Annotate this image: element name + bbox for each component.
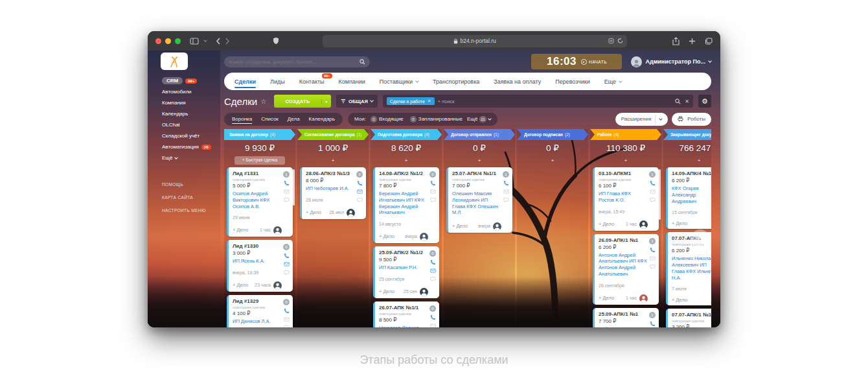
nav-tab[interactable]: Контакты 99+	[299, 73, 325, 90]
add-deal-button[interactable]: +	[517, 156, 588, 165]
deal-client-link[interactable]: КФХ Огарев Александр Андреевич	[672, 185, 711, 204]
global-search-input[interactable]	[229, 59, 360, 65]
minimize-window-button[interactable]	[165, 38, 171, 44]
avatar[interactable]	[639, 294, 648, 302]
nav-tab[interactable]: Еще	[604, 73, 622, 90]
mail-icon[interactable]	[430, 189, 436, 194]
clear-filter-icon[interactable]: ✕	[685, 99, 689, 104]
sidebar-footer-item[interactable]: помощь	[162, 178, 220, 191]
remove-filter-icon[interactable]: ✕	[428, 99, 431, 104]
add-activity-link[interactable]: + Дело	[599, 221, 614, 227]
add-deal-button[interactable]: + Быстрая сделка	[224, 156, 295, 165]
chat-icon[interactable]	[650, 197, 656, 203]
chat-icon[interactable]	[284, 325, 290, 327]
chat-icon[interactable]	[357, 197, 363, 203]
mail-icon[interactable]	[284, 261, 290, 267]
phone-icon[interactable]	[430, 259, 436, 265]
address-bar-icons[interactable]	[608, 38, 623, 44]
add-activity-link[interactable]: + Дело	[379, 233, 394, 239]
company-logo[interactable]	[161, 53, 188, 70]
nav-tab[interactable]: Лиды	[270, 73, 285, 90]
sidebar-item[interactable]: Календарь	[162, 108, 220, 119]
board-scroll-right-button[interactable]	[691, 230, 710, 249]
deal-card[interactable]: 03.10-АПКМ1 повторная сделка 6 100 ₽ ИП …	[593, 167, 659, 231]
avatar[interactable]	[420, 287, 428, 296]
chat-icon[interactable]	[430, 197, 436, 203]
chat-icon[interactable]	[650, 264, 656, 270]
deal-card[interactable]: 14.08-АПК/2 №1/2 повторная сделка 7 800 …	[373, 167, 439, 243]
robots-button[interactable]: Роботы	[672, 113, 711, 126]
deal-card[interactable]: 25.07-АПК/4 №1/1 повторная сделка 7 000 …	[446, 167, 512, 233]
deal-client-link[interactable]: ИП Касаткин Р.Н.	[379, 265, 428, 271]
nav-tab[interactable]: Сделки	[234, 73, 256, 90]
sidebar-footer-item[interactable]: карта сайта	[162, 191, 220, 204]
search-icon[interactable]	[675, 99, 681, 104]
mail-icon[interactable]	[503, 189, 509, 194]
kanban-column-header[interactable]: Договор отправлен 1	[444, 129, 515, 140]
add-activity-link[interactable]: + Дело	[233, 282, 248, 288]
zoom-window-button[interactable]	[175, 38, 181, 44]
sidebar-item[interactable]: Автомобили	[162, 86, 220, 97]
add-deal-button[interactable]: +	[590, 156, 661, 165]
deal-client-link[interactable]: ИП Чеботарев И.А.	[306, 185, 355, 192]
deal-card[interactable]: 25.09-АПК/2 №1/2 9 500 ₽ ИП Касаткин Р.Н…	[373, 246, 439, 298]
sidebar-item[interactable]: Компания	[162, 97, 220, 108]
share-icon[interactable]	[672, 37, 680, 45]
settings-gear-button[interactable]: ⚙	[698, 95, 711, 108]
counters-more[interactable]: Ещё 11	[467, 116, 491, 123]
mail-icon[interactable]	[357, 189, 363, 194]
deal-card[interactable]: Лид #1330 3 000 ₽ ИП Ясень К.А. вчера, 1…	[227, 240, 293, 292]
kanban-column-header[interactable]: Заявка на договор 4	[224, 129, 295, 140]
add-deal-button[interactable]: +	[663, 156, 711, 165]
add-deal-button[interactable]: +	[371, 156, 442, 165]
view-tab[interactable]: Воронка	[232, 115, 252, 124]
add-activity-link[interactable]: + Дело	[306, 209, 321, 215]
nav-tab[interactable]: Компании	[339, 73, 365, 90]
user-menu[interactable]: Администратор По...	[631, 56, 711, 67]
extensions-button[interactable]: Расширения	[615, 113, 668, 126]
sidebar-toggle-icon[interactable]	[190, 38, 199, 45]
deal-client-link[interactable]: Бойко Роман Викторович ИП Бойко Р.В.	[599, 326, 648, 328]
nav-tab[interactable]: Транспортировка	[433, 73, 479, 90]
filter-search-field[interactable]: Сделки в работе ✕ + поиск ✕	[383, 95, 693, 108]
mail-icon[interactable]	[430, 323, 436, 327]
chat-icon[interactable]	[503, 197, 509, 203]
mail-icon[interactable]	[430, 268, 436, 274]
deal-card[interactable]: 26.07-АПК №1/1 повторная сделка 8 500 ₽ …	[373, 301, 439, 327]
new-tab-icon[interactable]	[689, 37, 696, 45]
deal-card[interactable]: 28.06-АПК/3 №1/3 8 000 ₽ ИП Чеботарев И.…	[300, 167, 366, 219]
favorite-star-icon[interactable]: ☆	[260, 98, 266, 105]
add-activity-link[interactable]: + Дело	[672, 297, 687, 303]
add-activity-link[interactable]: + Дело	[599, 295, 614, 301]
address-bar[interactable]: b24.n-portal.ru	[323, 35, 627, 47]
back-button[interactable]	[216, 38, 220, 45]
kanban-column-header[interactable]: Договор подписан 2	[517, 129, 588, 140]
chevron-down-icon[interactable]	[203, 38, 207, 42]
deal-card[interactable]: Лид #1329 повторная сделка 4 100 ₽ ИП Де…	[227, 295, 293, 327]
kanban-column-header[interactable]: Работа 4	[590, 129, 661, 140]
add-deal-button[interactable]: +	[444, 156, 515, 165]
sidebar-item[interactable]: Ещё	[162, 152, 220, 163]
avatar[interactable]	[639, 220, 648, 228]
mail-icon[interactable]	[650, 255, 656, 261]
phone-icon[interactable]	[357, 180, 363, 186]
funnel-selector[interactable]: ОБЩАЯ	[336, 95, 378, 108]
tab-overview-icon[interactable]	[705, 37, 713, 45]
view-tab[interactable]: Календарь	[309, 115, 335, 123]
deal-client-link[interactable]: ИП Денисов Л.А.	[233, 318, 282, 325]
avatar[interactable]	[493, 222, 501, 230]
sidebar-item[interactable]: CRM 99+	[162, 75, 220, 86]
kanban-column-header[interactable]: Согласование договора 1	[297, 129, 369, 140]
add-activity-link[interactable]: + Дело	[233, 227, 248, 233]
deal-card[interactable]: 14.09-АПК/4 №1 6 200 ₽ КФХ Огарев Алекса…	[666, 167, 711, 229]
nav-tab[interactable]: Поставщики	[380, 73, 418, 90]
nav-tab[interactable]: Заявка на оплату	[494, 73, 541, 90]
avatar[interactable]	[347, 208, 355, 217]
nav-tab[interactable]: Перевозчики	[555, 73, 590, 90]
deal-client-link[interactable]: Осипов Андрей Викторович КФХ Осипов А.В.	[233, 191, 282, 209]
deal-client-link[interactable]: Березкин Андрей Игнатьевич ИП КФХ Березк…	[379, 191, 428, 216]
forward-button[interactable]	[225, 38, 230, 45]
phone-icon[interactable]	[430, 180, 436, 186]
global-search[interactable]	[224, 56, 370, 67]
start-workday-button[interactable]: ▸ НАЧАТЬ	[581, 59, 607, 65]
